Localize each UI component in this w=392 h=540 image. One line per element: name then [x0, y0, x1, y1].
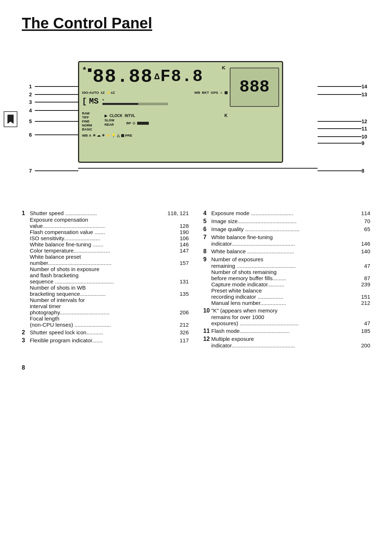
callout-7: 7 [29, 168, 78, 174]
entry-num-1: 1 [22, 210, 30, 217]
callout-2: 2 [29, 92, 78, 97]
callout-12: 12 [318, 118, 370, 124]
entry-num-10: 10 [203, 307, 211, 314]
entry-11: 11 Flash mode...........................… [203, 328, 370, 334]
diagram-section: * ■ 88.88 Δ F8.8 K 888 ISO-AUTO ±Z ⚡±Z W… [22, 43, 370, 196]
lcd-bkt-label: BKT [202, 90, 209, 94]
lcd-basic: BASIC [82, 128, 92, 131]
lcd-bp-label: BP [126, 121, 131, 125]
lcd-star: * [82, 66, 87, 75]
entry-1: 1 Shutter speed ..................... 11… [22, 210, 189, 328]
entry-6: 6 Image quality ........................… [203, 226, 370, 233]
entry-4: 4 Exposure mode ........................… [203, 210, 370, 217]
lcd-d-icon: ◇ [132, 121, 135, 125]
lcd-hatch-pattern: ▩▩▩▩ [137, 121, 148, 125]
lcd-shade-icon: ☀ [102, 133, 105, 137]
lcd-bulb-icon: 💡 [111, 133, 116, 137]
lcd-ms-label: MS [89, 97, 98, 106]
page-title: The Control Panel [22, 15, 370, 32]
callout-5: 5 [29, 118, 78, 124]
entry-8: 8 White balance ........................… [203, 248, 370, 255]
lcd-wb-icon: WB [82, 133, 88, 137]
number-of-shots-remaining-label: Number of shots remaining [211, 269, 370, 275]
lcd-lock-icon: ■ [87, 66, 93, 74]
lcd-rear: REAR [105, 123, 114, 126]
lcd-cloudy-icon: ☁ [97, 133, 101, 137]
lcd-bar-label: + [102, 98, 168, 105]
lcd-content: * ■ 88.88 Δ F8.8 K 888 ISO-AUTO ±Z ⚡±Z W… [79, 62, 282, 162]
entry-num-9: 9 [203, 256, 211, 263]
lcd-wb-a: A [89, 133, 91, 137]
entry-num-6: 6 [203, 226, 211, 233]
left-column: 1 Shutter speed ..................... 11… [22, 210, 189, 350]
callout-13: 13 [318, 92, 370, 97]
entry-12: 12 Multiple exposure indicator..........… [203, 336, 370, 348]
callout-8: 8 [318, 168, 370, 174]
callout-10: 10 [318, 134, 370, 140]
entry-num-12: 12 [203, 336, 211, 342]
lcd-norm: NORM [82, 124, 92, 127]
lcd-sun-icon: ☀ [93, 133, 96, 137]
lcd-ev-icon: ±Z [101, 90, 105, 94]
entry-num-4: 4 [203, 210, 211, 217]
callout-3: 3 [29, 99, 78, 105]
lcd-aperture-value: F8.8 [160, 67, 203, 86]
lcd-quality-col: RAW TIFF FINE NORM BASIC [82, 112, 92, 131]
sidebar-bookmark-icon [4, 111, 17, 127]
lcd-wb-label: WB [194, 90, 200, 94]
lcd-screen-icon: ▩ [224, 90, 228, 94]
lcd-fluorescent-icon: △ [117, 133, 120, 137]
content-area: 1 Shutter speed ..................... 11… [22, 210, 370, 350]
lcd-iso-row: ISO-AUTO ±Z ⚡±Z WB BKT GPS ♫ ▩ [82, 90, 228, 94]
lcd-note-icon: ♫ [220, 90, 222, 94]
callout-1: 1 [29, 84, 78, 89]
right-column: 4 Exposure mode ........................… [203, 210, 370, 350]
entry-5: 5 Image size............................… [203, 218, 370, 225]
lcd-main-display: * ■ 88.88 Δ F8.8 [82, 64, 228, 89]
lcd-sync-col: SLOW REAR [105, 118, 114, 126]
number-of-intervals-label: Number of intervals for [30, 297, 189, 303]
lcd-main-value: 88.88 [93, 66, 153, 88]
lcd-iso-label: ISO-AUTO [82, 90, 99, 94]
entry-3: 3 Flexible program indicator....... 117 [22, 337, 189, 344]
lcd-fine: FINE [82, 120, 92, 123]
callout-14: 14 [318, 84, 370, 89]
entry-2: 2 Shutter speed lock icon........... 326 [22, 329, 189, 336]
lcd-flash-wb-icon: ⚡ [106, 133, 110, 137]
lcd-ms-row: [ MS + [82, 97, 168, 106]
entry-num-11: 11 [203, 328, 211, 334]
lcd-pre-label: PRE [125, 133, 132, 137]
lcd-clock-label: CLOCK [110, 114, 123, 118]
lcd-ms-bracket: [ [82, 97, 87, 106]
lcd-raw: RAW [82, 112, 92, 115]
lcd-k-right: K [224, 113, 228, 118]
lcd-delta-symbol: Δ [154, 72, 160, 82]
lcd-wb-row: WB A ☀ ☁ ☀ ⚡ 💡 △ ▩ PRE [82, 133, 228, 137]
lcd-slow: SLOW [105, 118, 114, 122]
entry-num-8: 8 [203, 248, 211, 255]
lcd-flash-icon: ⚡±Z [106, 90, 115, 94]
entry-num-5: 5 [203, 218, 211, 225]
lcd-gps-label: GPS [211, 90, 218, 94]
entry-10: 10 "K" (appears when memory remains for … [203, 307, 370, 326]
lcd-sub-display: 888 [230, 68, 279, 107]
lcd-tiff: TIFF [82, 116, 92, 119]
lcd-k-top: K [222, 65, 225, 70]
lcd-custom-icon: ▩ [121, 133, 124, 137]
lcd-bp-row: BP ◇ ▩▩▩▩ [126, 121, 228, 125]
lcd-clock-row: ▶ CLOCK INTVL K [105, 113, 228, 118]
callout-6: 6 [29, 132, 78, 138]
callout-4: 4 [29, 108, 78, 113]
lcd-intvl-label: INTVL [125, 114, 135, 118]
entry-num-3: 3 [22, 337, 30, 344]
bottom-line [78, 168, 318, 169]
entry-num-7: 7 [203, 234, 211, 241]
lcd-panel: * ■ 88.88 Δ F8.8 K 888 ISO-AUTO ±Z ⚡±Z W… [78, 61, 283, 163]
callout-11: 11 [318, 126, 370, 132]
entry-num-2: 2 [22, 329, 30, 336]
callout-9: 9 [318, 140, 370, 146]
clock-icon: ▶ [105, 114, 107, 118]
page-number: 8 [22, 364, 370, 371]
entry-9: 9 Number of exposures remaining ........… [203, 256, 370, 306]
entry-7: 7 White balance fine-tuning indicator...… [203, 234, 370, 247]
